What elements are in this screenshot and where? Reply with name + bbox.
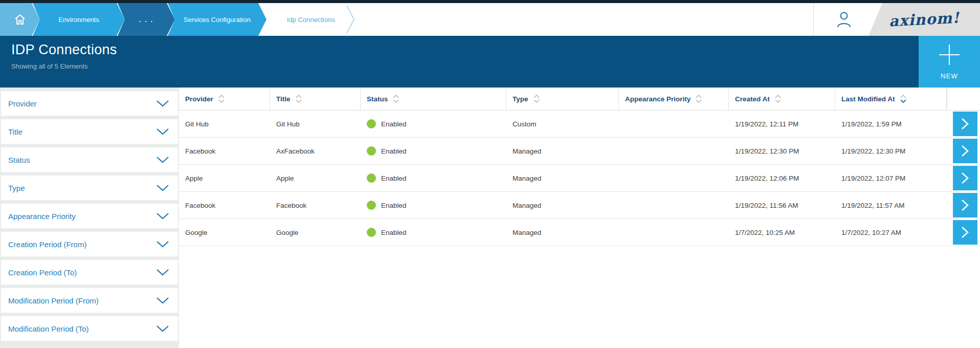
column-header[interactable]: Status xyxy=(361,88,506,110)
filter-accordion-item[interactable]: Creation Period (To) xyxy=(1,260,178,285)
cell-title: Facebook xyxy=(270,202,361,209)
cell-created-at: 1/19/2022, 11:56 AM xyxy=(729,202,835,209)
filter-accordion-item[interactable]: Provider xyxy=(1,91,178,116)
open-row-button[interactable] xyxy=(953,139,977,163)
filter-accordion-item[interactable]: Modification Period (From) xyxy=(1,288,178,313)
table-row: Facebook Facebook Enabled Managed 1/19/2… xyxy=(179,192,980,219)
status-label: Enabled xyxy=(381,120,407,128)
filter-accordion-item[interactable]: Type xyxy=(1,176,178,200)
sort-icon xyxy=(218,94,225,104)
filter-accordion-item[interactable]: Appearance Priority xyxy=(1,204,178,228)
filter-accordion-item[interactable]: Status xyxy=(1,147,178,172)
column-header-label: Appearance Priority xyxy=(625,95,691,103)
cell-type: Custom xyxy=(506,120,619,128)
idp-connections-page: Environments . . . Services Configuratio… xyxy=(0,0,980,348)
cell-provider: Facebook xyxy=(179,202,270,209)
open-row-button[interactable] xyxy=(953,220,977,245)
chevron-down-icon xyxy=(157,157,169,163)
filter-accordion-item[interactable]: Title xyxy=(1,119,178,144)
cell-row-action xyxy=(947,193,980,217)
column-header-label: Last Modified At xyxy=(841,95,895,103)
column-header-label: Provider xyxy=(185,95,213,103)
breadcrumb-label: Idp Connections xyxy=(287,16,335,24)
cell-created-at: 1/19/2022, 12:30 PM xyxy=(729,147,835,155)
filter-accordion-item[interactable]: Modification Period (To) xyxy=(1,316,178,341)
chevron-outline-icon xyxy=(346,5,355,34)
breadcrumb-home[interactable] xyxy=(0,3,40,36)
chevron-down-icon xyxy=(157,213,169,220)
chevron-down-icon xyxy=(157,297,169,304)
cell-status: Enabled xyxy=(361,228,506,237)
status-label: Enabled xyxy=(381,175,407,182)
open-row-button[interactable] xyxy=(953,112,977,136)
cell-provider: Google xyxy=(179,229,270,236)
filter-label: Type xyxy=(8,184,25,192)
filter-accordion-item[interactable]: Creation Period (From) xyxy=(1,232,178,256)
status-dot xyxy=(367,228,376,237)
cell-created-at: 1/19/2022, 12:06 PM xyxy=(729,175,835,182)
cell-row-action xyxy=(947,166,980,190)
axinom-logo-text: axinom! xyxy=(888,9,960,30)
chevron-right-icon xyxy=(961,171,970,185)
cell-last-modified-at: 1/7/2022, 10:27 AM xyxy=(835,229,947,236)
status-dot xyxy=(367,173,376,183)
filter-label: Creation Period (To) xyxy=(8,268,77,277)
cell-type: Managed xyxy=(506,147,619,155)
user-icon xyxy=(836,11,852,28)
chevron-down-icon xyxy=(157,185,169,191)
cell-created-at: 1/7/2022, 10:25 AM xyxy=(729,229,835,236)
column-header[interactable]: Provider xyxy=(179,88,270,110)
filter-label: Modification Period (To) xyxy=(8,324,89,333)
cell-provider: Git Hub xyxy=(179,120,270,128)
column-header[interactable]: Appearance Priority xyxy=(619,88,729,110)
breadcrumb-label: Environments xyxy=(58,16,99,24)
status-dot xyxy=(367,146,376,156)
chevron-down-icon xyxy=(157,325,169,332)
column-header[interactable]: Type xyxy=(506,88,619,110)
cell-type: Managed xyxy=(506,229,619,236)
breadcrumb-idp-connections-current: Idp Connections xyxy=(259,3,355,36)
plus-icon xyxy=(938,44,961,66)
filter-sidebar: Provider Title Status Type Appearance Pr… xyxy=(0,88,179,348)
breadcrumb-environments[interactable]: Environments xyxy=(33,3,125,36)
breadcrumb-ellipsis[interactable]: . . . xyxy=(118,3,175,36)
chevron-down-icon xyxy=(157,128,169,135)
column-header-label: Title xyxy=(276,95,291,103)
sort-icon xyxy=(295,94,302,104)
cell-title: Git Hub xyxy=(270,120,361,128)
status-label: Enabled xyxy=(381,202,407,209)
filter-label: Title xyxy=(8,127,23,136)
column-header[interactable]: Created At xyxy=(729,88,835,110)
table-row: Git Hub Git Hub Enabled Custom 1/19/2022… xyxy=(179,111,980,138)
column-header-label: Created At xyxy=(735,95,770,103)
header-cell-empty xyxy=(947,88,980,110)
breadcrumb-services-configuration[interactable]: Services Configuration xyxy=(168,3,266,36)
cell-last-modified-at: 1/19/2022, 1:59 PM xyxy=(835,120,947,128)
open-row-button[interactable] xyxy=(953,193,977,217)
cell-title: Apple xyxy=(270,175,361,182)
cell-status: Enabled xyxy=(361,146,506,156)
sort-icon xyxy=(392,94,399,104)
filter-label: Modification Period (From) xyxy=(8,296,99,305)
table-row: Apple Apple Enabled Managed 1/19/2022, 1… xyxy=(179,165,980,192)
cell-provider: Facebook xyxy=(179,147,270,155)
status-dot xyxy=(367,201,376,210)
chevron-right-icon xyxy=(961,117,970,130)
sort-icon xyxy=(774,94,782,104)
home-icon xyxy=(13,12,27,27)
column-header[interactable]: Last Modified At xyxy=(835,88,947,110)
cell-last-modified-at: 1/19/2022, 12:07 PM xyxy=(835,175,947,182)
filter-label: Provider xyxy=(8,99,37,108)
sort-icon xyxy=(900,94,907,104)
column-header[interactable]: Title xyxy=(270,88,361,110)
user-account-button[interactable] xyxy=(829,7,859,32)
chevron-right-icon xyxy=(961,226,970,239)
cell-row-action xyxy=(947,112,980,136)
sort-icon xyxy=(695,94,702,104)
results-count: Showing all of 5 Elements xyxy=(11,62,980,70)
status-dot xyxy=(367,119,376,128)
page-header: IDP Connections Showing all of 5 Element… xyxy=(0,36,980,88)
new-button[interactable]: NEW xyxy=(919,36,980,88)
open-row-button[interactable] xyxy=(953,166,977,190)
table-row: Google Google Enabled Managed 1/7/2022, … xyxy=(179,219,980,246)
